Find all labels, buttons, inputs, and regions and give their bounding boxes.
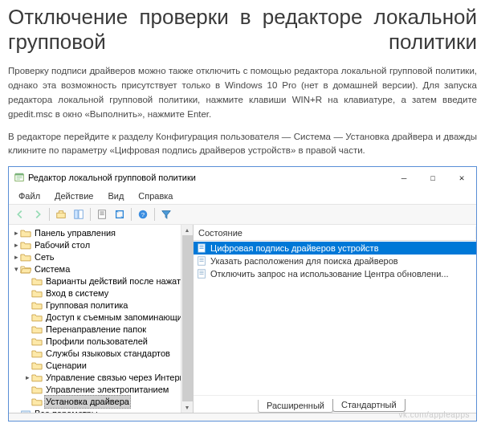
- expand-icon[interactable]: ▸: [12, 239, 20, 251]
- tree-item[interactable]: Система: [33, 263, 71, 275]
- up-button[interactable]: [53, 206, 69, 222]
- tree-item[interactable]: Сеть: [33, 251, 55, 263]
- watermark: vk.com/appleapps: [398, 410, 470, 419]
- svg-rect-23: [199, 259, 203, 259]
- svg-rect-10: [100, 214, 104, 214]
- tree-item[interactable]: Сценарии: [44, 360, 88, 372]
- menubar: Файл Действие Вид Справка: [9, 188, 476, 204]
- folder-icon: [31, 277, 43, 287]
- list-item[interactable]: Указать расположения для поиска драйверо…: [194, 255, 476, 267]
- collapse-icon[interactable]: ▾: [12, 263, 20, 275]
- article-paragraph-1: Проверку подписи драйверов можно также о…: [8, 64, 477, 121]
- refresh-button[interactable]: [112, 206, 128, 222]
- svg-rect-21: [199, 248, 203, 249]
- tree-item[interactable]: Профили пользователей: [44, 336, 149, 348]
- tree-item[interactable]: Службы языковых стандартов: [44, 348, 172, 360]
- help-button[interactable]: ?: [135, 206, 151, 222]
- tree-item[interactable]: Рабочий стол: [33, 239, 92, 251]
- list-item[interactable]: Отключить запрос на использование Центра…: [194, 267, 476, 280]
- scroll-down-icon[interactable]: ▾: [181, 401, 193, 413]
- folder-icon: [31, 301, 43, 311]
- window-title: Редактор локальной групповой политики: [28, 173, 389, 182]
- tree-item[interactable]: Перенаправление папок: [44, 324, 148, 336]
- svg-rect-5: [57, 214, 66, 218]
- svg-rect-3: [17, 177, 22, 178]
- svg-rect-15: [22, 411, 31, 413]
- folder-icon: [31, 337, 43, 347]
- svg-rect-4: [17, 179, 20, 180]
- folder-icon: [31, 385, 43, 395]
- back-button[interactable]: [12, 206, 28, 222]
- folder-icon: [20, 241, 31, 250]
- article-heading: Отключение проверки в редакторе локально…: [8, 5, 477, 55]
- details-panel: Состояние Цифровая подпись драйверов уст…: [194, 225, 476, 413]
- filter-button[interactable]: [158, 206, 174, 222]
- folder-icon: [31, 397, 43, 407]
- properties-button[interactable]: [94, 206, 110, 222]
- maximize-button[interactable]: ☐: [418, 167, 447, 188]
- gpedit-window: Редактор локальной групповой политики — …: [8, 166, 477, 422]
- folder-icon: [31, 325, 43, 335]
- policy-icon: [196, 242, 207, 254]
- folder-icon: [31, 289, 43, 299]
- list-item-label: Отключить запрос на использование Центра…: [210, 269, 449, 279]
- policy-icon: [196, 255, 207, 267]
- show-hide-tree-button[interactable]: [71, 206, 87, 222]
- settings-icon: [20, 409, 31, 413]
- folder-icon: [20, 229, 31, 238]
- tree-item-selected[interactable]: Установка драйвера: [44, 395, 131, 409]
- svg-rect-6: [75, 210, 78, 219]
- svg-rect-20: [199, 247, 203, 248]
- folder-icon: [31, 373, 43, 383]
- tree-item[interactable]: Управление связью через Интерн: [44, 372, 186, 384]
- list-item-label: Указать расположения для поиска драйверо…: [210, 256, 398, 266]
- svg-rect-28: [199, 273, 203, 274]
- menu-file[interactable]: Файл: [12, 189, 47, 202]
- svg-rect-2: [17, 177, 22, 177]
- tree-item[interactable]: Групповая политика: [44, 299, 129, 312]
- svg-rect-27: [199, 271, 203, 272]
- minimize-button[interactable]: —: [389, 167, 418, 188]
- svg-rect-11: [100, 214, 104, 215]
- folder-icon: [31, 361, 43, 371]
- titlebar[interactable]: Редактор локальной групповой политики — …: [9, 167, 476, 188]
- tree-item[interactable]: Управление электропитанием: [44, 384, 170, 396]
- folder-open-icon: [20, 265, 31, 275]
- toolbar: ?: [9, 204, 476, 225]
- tree-item[interactable]: Панель управления: [33, 227, 117, 239]
- expand-icon[interactable]: ▸: [12, 251, 20, 263]
- tree-item[interactable]: Вход в систему: [44, 287, 110, 299]
- tab-extended[interactable]: Расширенный: [258, 400, 333, 413]
- svg-text:?: ?: [141, 211, 145, 218]
- scroll-up-icon[interactable]: ▴: [181, 225, 193, 235]
- folder-icon: [31, 313, 43, 323]
- folder-icon: [31, 349, 43, 359]
- tree-item[interactable]: Варианты действий после нажати: [44, 275, 187, 287]
- column-header-state[interactable]: Состояние: [194, 226, 476, 239]
- folder-icon: [20, 253, 31, 263]
- menu-help[interactable]: Справка: [132, 189, 179, 202]
- tab-standard[interactable]: Стандартный: [332, 399, 406, 412]
- list-item-label: Цифровая подпись драйверов устройств: [210, 243, 379, 253]
- menu-action[interactable]: Действие: [48, 189, 100, 202]
- svg-rect-7: [79, 210, 83, 219]
- scroll-thumb[interactable]: [182, 235, 193, 401]
- menu-view[interactable]: Вид: [101, 189, 130, 202]
- svg-rect-19: [199, 246, 203, 246]
- svg-rect-29: [199, 274, 203, 275]
- tree-panel[interactable]: ▸Панель управления ▸Рабочий стол ▸Сеть ▾…: [9, 225, 194, 413]
- policy-icon: [196, 268, 207, 279]
- list-item-selected[interactable]: Цифровая подпись драйверов устройств: [194, 242, 476, 255]
- tree-item[interactable]: Все параметры: [33, 408, 100, 413]
- vertical-scrollbar[interactable]: ▴ ▾: [181, 225, 193, 413]
- tree-item[interactable]: Доступ к съемным запоминающи: [44, 312, 184, 324]
- article-paragraph-2: В редакторе перейдите к разделу Конфигур…: [8, 130, 477, 159]
- app-icon: [14, 172, 25, 183]
- forward-button[interactable]: [30, 206, 46, 222]
- expand-icon[interactable]: ▸: [23, 372, 31, 384]
- expand-icon[interactable]: ▸: [12, 227, 20, 239]
- svg-rect-24: [199, 260, 203, 261]
- svg-rect-9: [100, 212, 104, 213]
- svg-rect-1: [15, 173, 24, 176]
- close-button[interactable]: ✕: [447, 167, 476, 188]
